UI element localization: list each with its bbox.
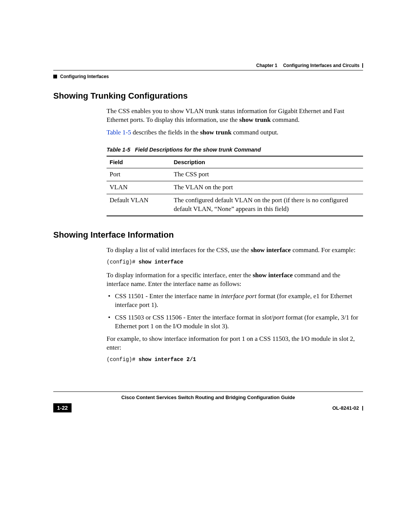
running-header: Chapter 1 Configuring Interfaces and Cir… [53,62,363,80]
table-ref-link[interactable]: Table 1-5 [107,129,131,136]
footer-book-title: Cisco Content Services Switch Routing an… [53,394,363,401]
s2-paragraph-2: To display information for a specific in… [107,271,363,289]
s1-paragraph-2: Table 1-5 describes the fields in the sh… [107,128,363,137]
cell-desc: The VLAN on the port [171,181,363,194]
s2-paragraph-1: To display a list of valid interfaces fo… [107,246,363,255]
footer-rule [53,391,363,392]
th-description: Description [171,156,363,168]
main-content: Showing Trunking Configurations The CSS … [53,90,363,363]
table-row: VLAN The VLAN on the port [107,181,363,194]
page: Chapter 1 Configuring Interfaces and Cir… [0,0,411,532]
list-item: CSS 11503 or CSS 11506 - Enter the inter… [107,313,363,331]
cell-desc: The CSS port [171,168,363,181]
doc-number: OL-8241-02 [332,405,359,411]
table-caption: Table 1-5 Field Descriptions for the sho… [107,146,363,154]
table-header-row: Field Description [107,156,363,168]
chapter-title: Configuring Interfaces and Circuits [283,63,360,68]
page-number-badge: 1-22 [53,403,72,413]
footer-tick-icon [362,406,363,411]
code-block-1: (config)# show interface [107,259,363,266]
heading-interface-info: Showing Interface Information [53,229,363,241]
cell-field: Default VLAN [107,194,171,216]
section2-body: To display a list of valid interfaces fo… [107,246,363,363]
table-row: Port The CSS port [107,168,363,181]
bullet-list: CSS 11501 - Enter the interface name in … [107,292,363,331]
cell-desc: The configured default VLAN on the port … [171,194,363,216]
header-right: Chapter 1 Configuring Interfaces and Cir… [53,62,363,69]
page-footer: Cisco Content Services Switch Routing an… [53,391,363,412]
chapter-number: Chapter 1 [256,63,277,68]
square-marker-icon [53,75,57,78]
header-left: Configuring Interfaces [53,73,363,80]
table-row: Default VLAN The configured default VLAN… [107,194,363,216]
header-rule [53,70,363,70]
section1-body: The CSS enables you to show VLAN trunk s… [107,107,363,216]
ital-interface-port: interface port [221,292,256,300]
footer-row: 1-22 OL-8241-02 [53,403,363,413]
header-tick-icon [362,63,363,68]
th-field: Field [107,156,171,168]
s2-paragraph-3: For example, to show interface informati… [107,335,363,352]
footer-right: OL-8241-02 [332,404,363,412]
table-show-trunk: Field Description Port The CSS port VLAN… [107,156,363,216]
heading-trunking: Showing Trunking Configurations [53,90,363,102]
cell-field: Port [107,168,171,181]
cell-field: VLAN [107,181,171,194]
cmd-show-interface: show interface [251,246,291,254]
section-breadcrumb: Configuring Interfaces [60,73,109,80]
list-item: CSS 11501 - Enter the interface name in … [107,292,363,310]
s1-paragraph-1: The CSS enables you to show VLAN trunk s… [107,107,363,125]
cmd-show-trunk: show trunk [239,116,271,123]
code-block-2: (config)# show interface 2/1 [107,356,363,363]
